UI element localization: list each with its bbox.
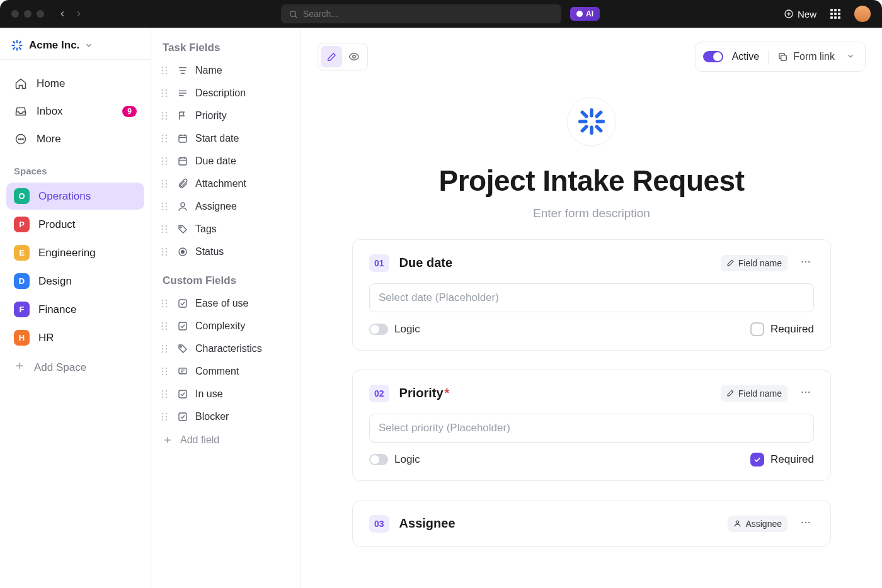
field-ease-of-use[interactable]: Ease of use [158,292,294,315]
field-assignee[interactable]: Assignee [158,195,294,218]
question-title[interactable]: Due date [399,256,711,270]
form-description-placeholder[interactable]: Enter form description [352,206,831,220]
new-button[interactable]: New [784,9,816,20]
logic-toggle[interactable] [369,324,388,335]
logic-toggle[interactable] [369,454,388,465]
question-card-01[interactable]: 01Due dateField nameSelect date (Placeho… [352,239,831,351]
field-tags[interactable]: Tags [158,218,294,240]
drag-handle-icon[interactable] [161,298,170,308]
drag-handle-icon[interactable] [161,201,170,212]
field-characteristics[interactable]: Characteristics [158,337,294,360]
field-name-chip[interactable]: Assignee [728,516,788,532]
history-nav [58,9,83,18]
drag-handle-icon[interactable] [161,156,170,166]
task-fields-list: NameDescriptionPriorityStart dateDue dat… [158,59,294,263]
svg-point-20 [166,67,168,69]
space-item-engineering[interactable]: EEngineering [6,239,144,266]
workspace-switcher[interactable]: Acme Inc. [0,28,151,60]
field-blocker[interactable]: Blocker [158,405,294,428]
field-priority[interactable]: Priority [158,105,294,127]
form-title[interactable]: Project Intake Request [352,164,831,198]
space-item-hr[interactable]: HHR [6,324,144,351]
drag-handle-icon[interactable] [161,224,170,234]
nav-home[interactable]: Home [8,71,143,96]
drag-handle-icon[interactable] [161,412,170,422]
nav-more[interactable]: More [8,127,143,152]
field-due-date[interactable]: Due date [158,150,294,172]
drag-handle-icon[interactable] [161,389,170,399]
question-menu[interactable] [798,254,814,272]
add-field-button[interactable]: Add field [158,428,294,452]
drag-handle-icon[interactable] [161,111,170,121]
svg-point-88 [162,300,164,302]
field-name[interactable]: Name [158,59,294,82]
add-space-button[interactable]: Add Space [0,353,151,382]
ai-button[interactable]: AI [570,7,600,21]
forward-icon[interactable] [74,9,83,18]
drag-handle-icon[interactable] [161,133,170,144]
form-logo[interactable] [567,97,616,146]
field-in-use[interactable]: In use [158,383,294,405]
drag-handle-icon[interactable] [161,247,170,257]
drag-handle-icon[interactable] [161,88,170,98]
global-search[interactable] [281,4,561,23]
space-item-design[interactable]: DDesign [6,268,144,295]
apps-icon[interactable] [830,9,840,19]
svg-line-7 [13,42,14,43]
svg-point-87 [181,251,185,254]
field-attachment[interactable]: Attachment [158,172,294,195]
active-toggle[interactable] [703,51,723,62]
svg-point-125 [162,413,164,415]
drag-handle-icon[interactable] [161,179,170,189]
field-label: In use [195,388,223,400]
svg-point-103 [166,345,168,347]
question-number: 03 [369,515,389,533]
svg-point-72 [181,203,185,206]
drag-handle-icon[interactable] [161,321,170,331]
svg-point-22 [166,70,168,72]
space-item-operations[interactable]: OOperations [6,183,144,210]
drag-handle-icon[interactable] [161,65,170,76]
field-status[interactable]: Status [158,240,294,263]
user-avatar[interactable] [854,6,871,22]
traffic-max[interactable] [37,10,44,18]
field-start-date[interactable]: Start date [158,127,294,150]
drag-handle-icon[interactable] [161,366,170,376]
svg-point-51 [166,157,168,159]
field-comment[interactable]: Comment [158,360,294,383]
space-item-finance[interactable]: FFinance [6,296,144,323]
question-title[interactable]: Assignee [399,516,718,531]
field-name-chip[interactable]: Field name [721,255,788,271]
required-checkbox[interactable] [750,453,764,466]
svg-rect-101 [179,322,186,330]
question-card-02[interactable]: 02Priority*Field nameSelect priority (Pl… [352,370,831,481]
back-icon[interactable] [58,9,67,18]
svg-point-63 [166,183,168,185]
question-menu[interactable] [798,514,814,533]
edit-mode-button[interactable] [321,46,342,67]
svg-point-52 [162,161,164,162]
traffic-close[interactable] [11,10,19,18]
svg-point-123 [166,397,168,399]
svg-point-55 [166,164,168,166]
space-item-product[interactable]: PProduct [6,211,144,238]
field-description[interactable]: Description [158,82,294,105]
question-card-03[interactable]: 03AssigneeAssignee [352,500,831,547]
search-input[interactable] [303,9,554,19]
field-complexity[interactable]: Complexity [158,315,294,337]
svg-point-148 [805,392,807,393]
field-label: Comment [195,366,239,377]
form-link-dropdown[interactable] [844,52,857,62]
question-title[interactable]: Priority* [399,386,711,400]
traffic-min[interactable] [24,10,32,18]
question-menu[interactable] [798,384,814,402]
field-name-chip[interactable]: Field name [721,385,788,402]
form-link-button[interactable]: Form link [777,51,835,62]
drag-handle-icon[interactable] [161,344,170,354]
question-input-placeholder[interactable]: Select priority (Placeholder) [369,414,814,443]
required-checkbox[interactable] [750,322,764,336]
preview-mode-button[interactable] [343,46,365,67]
nav-inbox[interactable]: Inbox 9 [8,99,143,124]
question-input-placeholder[interactable]: Select date (Placeholder) [369,283,814,312]
field-type-icon [176,155,189,167]
